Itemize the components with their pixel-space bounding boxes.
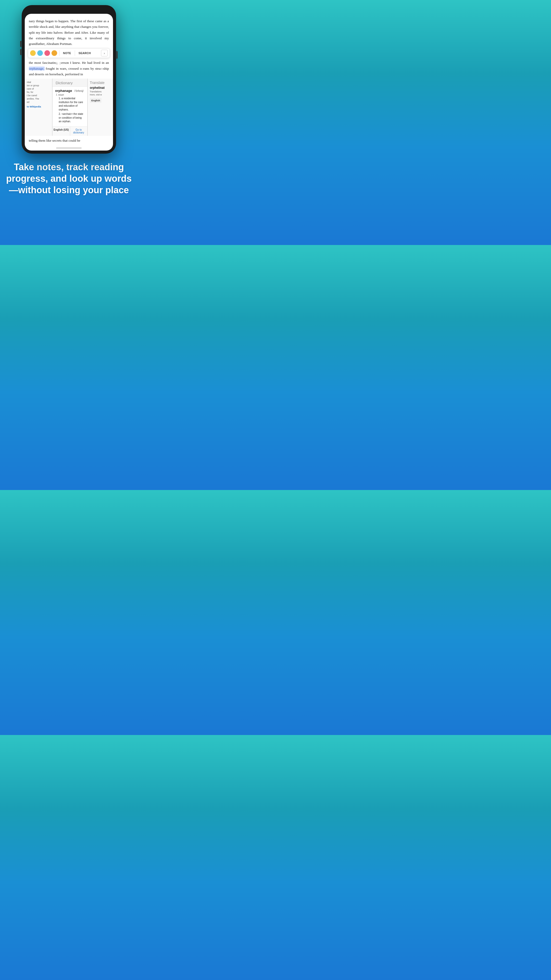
text-after-right: fought in wars, crossed o [44,67,82,70]
translate-word: orphelinat [90,86,111,89]
blue-highlight-button[interactable] [37,50,43,56]
dictionary-definition-1: 1. a residential institution for the car… [59,97,85,111]
toolbar-more-button[interactable]: › [101,50,108,56]
yellow-highlight-button[interactable] [30,50,36,56]
phone-container: nary things began to happen. The first o… [0,0,138,154]
headline-text: Take notes, track reading progress, and … [5,161,133,196]
dictionary-phonetic: /'ôrfenij/ [74,89,83,92]
dictionary-definition-2: 2. <archaic> the state or condition of b… [59,112,85,124]
phone-left-buttons [20,41,21,55]
phone-frame: nary things began to happen. The first o… [22,5,116,154]
volume-down-button [20,49,21,55]
panels-row: ntialion or groupcare ofho, fort be care… [25,79,113,136]
orange-highlight-button[interactable] [52,50,57,56]
dictionary-word-line: orphanage /'ôrfenij/ [55,89,85,93]
dictionary-language-button[interactable]: English (US) [52,127,70,136]
dictionary-panel: Dictionary orphanage /'ôrfenij/ I. noun … [52,79,87,136]
note-button[interactable]: NOTE [62,51,73,56]
dictionary-goto-button[interactable]: Go to dictionary [70,127,87,136]
headline-section: Take notes, track reading progress, and … [0,154,138,206]
dictionary-header: Dictionary [52,79,87,87]
dictionary-body: orphanage /'ôrfenij/ I. noun 1. a reside… [52,87,87,126]
translate-partial-text: Translationsmore, visit w [90,90,111,97]
dictionary-footer: English (US) Go to dictionary [52,126,87,136]
home-bar [56,148,82,148]
highlight-toolbar[interactable]: NOTE SEARCH › [28,48,110,58]
translate-footer: English [90,98,111,103]
dictionary-pos: I. noun [56,94,85,96]
search-button[interactable]: SEARCH [77,51,92,56]
highlighted-word[interactable]: orphanage, [29,67,44,70]
translate-language-button[interactable]: English [90,98,102,103]
phone-notch [56,8,82,13]
wikipedia-partial-text: ntialion or groupcare ofho, fort be care… [27,81,50,104]
book-text-middle: the most fascinating, person I knew. He … [25,59,113,79]
translate-header: Translate [90,81,111,85]
text-after-left: erson I knew. He had lived in an [61,61,109,65]
translate-panel: Translate orphelinat Translationsmore, v… [87,79,113,136]
text-before-highlight: the most fascinatin [29,61,56,65]
wikipedia-link[interactable]: to Wikipedia [27,105,50,108]
pink-highlight-button[interactable] [44,50,50,56]
wikipedia-panel: ntialion or groupcare ofho, fort be care… [25,79,52,136]
power-button [116,51,118,59]
dictionary-word: orphanage [55,89,72,93]
book-text-bottom: telling them like secrets that could be [25,136,113,145]
book-text-top: nary things began to happen. The first o… [25,14,113,47]
volume-up-button [20,41,21,47]
phone-screen: nary things began to happen. The first o… [25,14,113,151]
